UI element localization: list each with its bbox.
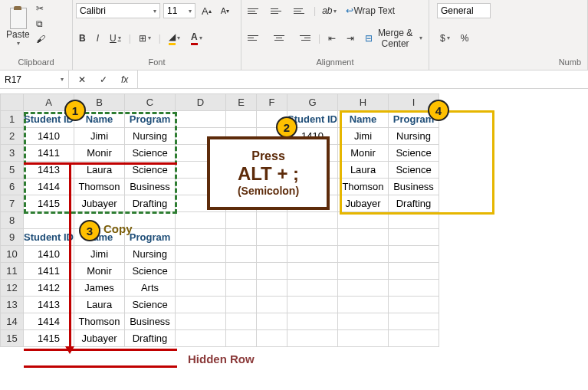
currency-button[interactable]: $	[437, 31, 453, 45]
cell[interactable]: Thomson	[74, 313, 125, 330]
cell[interactable]: Science	[125, 297, 176, 313]
row-header[interactable]: 10	[1, 246, 24, 263]
cell[interactable]: Science	[125, 145, 176, 162]
merge-center-button[interactable]: ⊟ Merge & Center	[362, 26, 425, 51]
cell[interactable]	[226, 246, 257, 263]
cell[interactable]	[338, 263, 389, 280]
cell[interactable]: Science	[389, 145, 439, 162]
font-size-combo[interactable]: 11	[163, 3, 195, 18]
cell[interactable]: Nursing	[125, 246, 176, 263]
cell[interactable]: Business	[125, 179, 176, 195]
cell[interactable]: 1414	[24, 313, 74, 330]
cell[interactable]	[287, 313, 338, 330]
decrease-font-button[interactable]: A▾	[218, 5, 232, 17]
cell[interactable]	[226, 145, 257, 162]
cell[interactable]: 1413	[24, 162, 74, 179]
cell[interactable]: Business	[125, 313, 176, 330]
col-header[interactable]: C	[125, 94, 176, 111]
confirm-formula-button[interactable]: ✓	[97, 73, 110, 87]
align-left-button[interactable]	[245, 31, 264, 46]
cell[interactable]: Science	[389, 162, 439, 179]
cell[interactable]	[257, 195, 287, 212]
align-center-button[interactable]	[269, 31, 289, 46]
number-format-combo[interactable]: General	[437, 3, 491, 18]
cell[interactable]	[389, 246, 439, 263]
wrap-text-button[interactable]: ↩ Wrap Text	[343, 4, 398, 18]
cell[interactable]	[176, 313, 226, 330]
col-header[interactable]: D	[176, 94, 226, 111]
cell[interactable]	[338, 246, 389, 263]
format-painter-button[interactable]: 🖌	[33, 32, 48, 46]
cell[interactable]: 1410	[24, 246, 74, 263]
cell[interactable]	[176, 111, 226, 128]
cell[interactable]	[176, 330, 226, 347]
name-box[interactable]: R17	[0, 70, 69, 88]
col-header[interactable]: F	[257, 94, 287, 111]
cell[interactable]: 1412	[24, 280, 74, 297]
row-header[interactable]: 6	[1, 179, 24, 195]
cell[interactable]	[338, 280, 389, 297]
cell[interactable]	[257, 229, 287, 246]
cell[interactable]	[389, 313, 439, 330]
font-color-button[interactable]: A	[188, 30, 205, 47]
cell[interactable]: 1411	[24, 145, 74, 162]
cell[interactable]: Student ID	[24, 229, 74, 246]
cell[interactable]: Jimi	[74, 246, 125, 263]
cell[interactable]	[226, 128, 257, 145]
cell[interactable]	[257, 313, 287, 330]
cell[interactable]	[338, 330, 389, 347]
border-button[interactable]: ⊞	[136, 31, 154, 45]
cell[interactable]	[176, 229, 226, 246]
align-top-button[interactable]	[245, 3, 264, 18]
increase-font-button[interactable]: A▴	[199, 4, 215, 18]
italic-button[interactable]: I	[94, 31, 102, 45]
cell[interactable]: Nursing	[389, 128, 439, 145]
cell[interactable]	[257, 212, 287, 229]
cell[interactable]	[389, 330, 439, 347]
cell[interactable]: 1414	[287, 179, 338, 195]
col-header[interactable]: G	[287, 94, 338, 111]
cell[interactable]: 1411	[287, 145, 338, 162]
cell[interactable]	[257, 263, 287, 280]
cell[interactable]	[24, 212, 74, 229]
cell[interactable]	[176, 145, 226, 162]
percent-button[interactable]: %	[458, 31, 472, 45]
col-header[interactable]: E	[226, 94, 257, 111]
cell[interactable]	[125, 212, 176, 229]
cell[interactable]	[257, 145, 287, 162]
bold-button[interactable]: B	[76, 31, 89, 45]
cell[interactable]: 1415	[24, 195, 74, 212]
row-header[interactable]: 5	[1, 162, 24, 179]
cell[interactable]	[176, 263, 226, 280]
font-name-combo[interactable]: Calibri	[76, 3, 160, 18]
row-header[interactable]: 12	[1, 280, 24, 297]
cell[interactable]	[176, 195, 226, 212]
formula-input[interactable]	[137, 70, 588, 88]
align-middle-button[interactable]	[268, 3, 287, 18]
cell[interactable]	[389, 212, 439, 229]
cell[interactable]: Drafting	[389, 195, 439, 212]
cell[interactable]	[226, 263, 257, 280]
cut-button[interactable]: ✂	[33, 2, 48, 15]
col-header[interactable]: H	[338, 94, 389, 111]
cell[interactable]: 1411	[24, 263, 74, 280]
cell[interactable]: James	[74, 280, 125, 297]
cell[interactable]: 1413	[24, 297, 74, 313]
cell[interactable]: Business	[389, 179, 439, 195]
cell[interactable]	[287, 297, 338, 313]
cell[interactable]: Jubayer	[74, 195, 125, 212]
cell[interactable]	[257, 280, 287, 297]
cell[interactable]	[176, 179, 226, 195]
cell[interactable]: Drafting	[125, 330, 176, 347]
cell[interactable]: Program	[125, 111, 176, 128]
spreadsheet-grid[interactable]: A B C D E F G H I 1Student IDNameProgram…	[0, 93, 439, 347]
row-header[interactable]: 1	[1, 111, 24, 128]
cell[interactable]	[226, 212, 257, 229]
cell[interactable]: 1415	[287, 195, 338, 212]
cell[interactable]	[176, 128, 226, 145]
cell[interactable]: Science	[125, 162, 176, 179]
cell[interactable]: Jimi	[74, 128, 125, 145]
cell[interactable]: Laura	[74, 297, 125, 313]
underline-button[interactable]: U	[107, 31, 124, 45]
cell[interactable]: Thomson	[338, 179, 389, 195]
